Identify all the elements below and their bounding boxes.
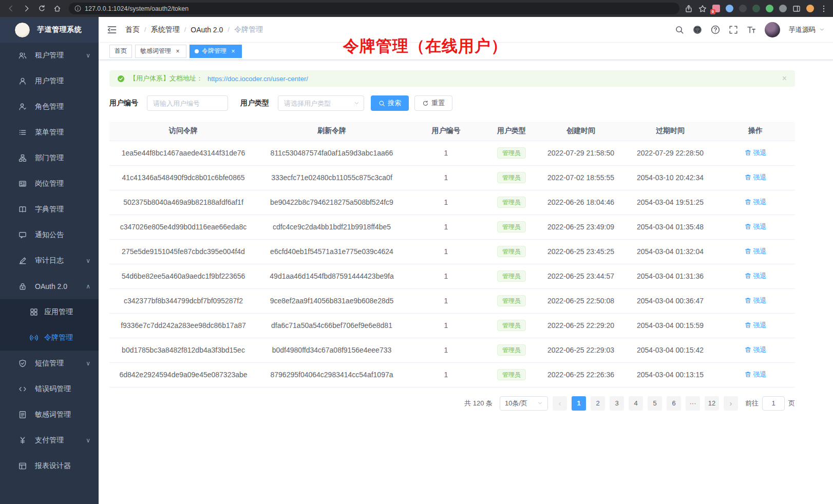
create-time-cell: 2022-06-25 22:50:08 xyxy=(537,288,624,313)
extension-pink-icon[interactable]: 0 xyxy=(712,5,720,12)
tab-token[interactable]: 令牌管理× xyxy=(190,45,242,58)
page-button-6[interactable]: 6 xyxy=(667,396,681,411)
share-icon[interactable] xyxy=(685,5,693,13)
search-form: 用户编号 用户类型 搜索 重置 xyxy=(109,95,833,111)
close-icon[interactable]: × xyxy=(174,48,181,55)
sidebar-item-notice[interactable]: 通知公告 xyxy=(0,222,99,248)
sidebar-item-sensitive-word[interactable]: 敏感词管理 xyxy=(0,402,99,428)
question-icon[interactable] xyxy=(711,25,720,34)
search-button[interactable]: 搜索 xyxy=(371,95,409,111)
extension-darkgreen-icon[interactable] xyxy=(752,5,760,12)
force-logout-button[interactable]: 强退 xyxy=(745,345,767,355)
user-type-tag: 管理员 xyxy=(497,295,526,306)
address-bar[interactable]: 127.0.0.1:1024/system/oauth2/token xyxy=(69,3,679,14)
force-logout-button[interactable]: 强退 xyxy=(745,272,767,281)
next-page-button[interactable]: › xyxy=(724,396,738,411)
action-cell: 强退 xyxy=(716,264,795,288)
trash-icon xyxy=(745,273,751,279)
sidebar-item-pay[interactable]: 支付管理∨ xyxy=(0,428,99,453)
sidebar-item-post[interactable]: 岗位管理 xyxy=(0,171,99,197)
force-logout-button[interactable]: 强退 xyxy=(745,321,767,330)
breadcrumb-item[interactable]: OAuth 2.0 xyxy=(191,26,223,34)
tab-sensitive-word[interactable]: 敏感词管理× xyxy=(135,45,186,58)
user-type-select-input[interactable] xyxy=(278,95,364,111)
action-cell: 强退 xyxy=(716,190,795,215)
search-icon[interactable] xyxy=(675,25,684,34)
site-info-icon[interactable] xyxy=(74,5,81,12)
action-cell: 强退 xyxy=(716,215,795,239)
column-header: 用户编号 xyxy=(406,122,486,141)
user-id-cell: 1 xyxy=(406,362,486,387)
force-logout-button[interactable]: 强退 xyxy=(745,198,767,207)
collapse-sidebar-icon[interactable] xyxy=(107,25,117,35)
side-panel-icon[interactable] xyxy=(792,5,801,13)
extension-dark-icon[interactable] xyxy=(739,5,747,12)
postcard-icon xyxy=(18,180,27,188)
prev-page-button[interactable]: ‹ xyxy=(553,396,567,411)
fullscreen-icon[interactable] xyxy=(729,25,738,34)
user-id-input[interactable] xyxy=(147,95,228,111)
forward-button[interactable] xyxy=(20,2,33,15)
profile-avatar-icon[interactable] xyxy=(806,5,814,12)
sidebar-item-report-designer[interactable]: 报表设计器 xyxy=(0,453,99,479)
sidebar-item-menu[interactable]: 菜单管理 xyxy=(0,120,99,145)
force-logout-button[interactable]: 强退 xyxy=(745,296,767,305)
user-type-tag: 管理员 xyxy=(497,221,526,232)
user-icon xyxy=(18,77,27,85)
page-button-2[interactable]: 2 xyxy=(591,396,605,411)
sidebar-item-user[interactable]: 用户管理 xyxy=(0,68,99,94)
sidebar-item-role[interactable]: 角色管理 xyxy=(0,94,99,120)
extension-green-icon[interactable] xyxy=(766,5,773,12)
sidebar-item-label: 通知公告 xyxy=(35,230,64,240)
page-button-12[interactable]: 12 xyxy=(705,396,719,411)
kebab-menu-icon[interactable] xyxy=(820,5,828,13)
github-icon[interactable] xyxy=(693,25,702,34)
force-logout-button[interactable]: 强退 xyxy=(745,222,767,231)
browser-actions: 0 xyxy=(685,5,829,13)
page-button-4[interactable]: 4 xyxy=(629,396,643,411)
sidebar-item-label: 支付管理 xyxy=(35,436,64,445)
sidebar-item-dict[interactable]: 字典管理 xyxy=(0,197,99,222)
user-type-select[interactable] xyxy=(278,95,364,111)
user-avatar[interactable] xyxy=(765,22,780,37)
breadcrumb-item[interactable]: 首页 xyxy=(125,25,140,34)
reload-button[interactable] xyxy=(35,2,48,15)
page-button-3[interactable]: 3 xyxy=(610,396,624,411)
close-icon[interactable]: × xyxy=(230,48,237,55)
extension-puzzle-icon[interactable] xyxy=(779,5,787,12)
user-menu[interactable]: 芋道源码 xyxy=(789,25,825,34)
sidebar-item-dept[interactable]: 部门管理 xyxy=(0,145,99,171)
breadcrumb-item[interactable]: 系统管理 xyxy=(151,25,180,34)
extension-blue-icon[interactable] xyxy=(726,5,733,12)
page-button-1[interactable]: 1 xyxy=(572,396,586,411)
sidebar-item-tenant[interactable]: 租户管理∨ xyxy=(0,43,99,68)
sidebar-item-audit-log[interactable]: 审计日志∨ xyxy=(0,248,99,274)
font-size-icon[interactable] xyxy=(747,25,756,34)
page-button-5[interactable]: 5 xyxy=(648,396,662,411)
force-logout-button[interactable]: 强退 xyxy=(745,173,767,182)
refresh-token-cell: b0df4980ffd34c67a08f9156e4eee733 xyxy=(257,338,406,362)
force-logout-button[interactable]: 强退 xyxy=(745,370,767,379)
trash-icon xyxy=(745,297,751,304)
action-cell: 强退 xyxy=(716,338,795,362)
column-header: 访问令牌 xyxy=(109,122,257,141)
tab-home[interactable]: 首页 xyxy=(109,45,132,58)
sidebar-item-oauth2[interactable]: OAuth 2.0∧ xyxy=(0,274,99,299)
sidebar-item-error-code[interactable]: 错误码管理 xyxy=(0,376,99,402)
home-button[interactable] xyxy=(50,2,64,15)
page-size-select[interactable]: 10条/页 xyxy=(500,396,548,411)
reset-button[interactable]: 重置 xyxy=(414,95,452,111)
close-icon[interactable]: × xyxy=(782,74,787,83)
sidebar-item-sms[interactable]: 短信管理∨ xyxy=(0,351,99,376)
back-button[interactable] xyxy=(4,2,17,15)
sidebar-item-oauth2-token[interactable]: 令牌管理 xyxy=(0,325,99,351)
force-logout-button[interactable]: 强退 xyxy=(745,247,767,256)
sidebar-item-label: 敏感词管理 xyxy=(35,410,71,419)
user-type-cell: 管理员 xyxy=(486,165,537,190)
doc-link[interactable]: https://doc.iocoder.cn/user-center/ xyxy=(207,75,308,83)
bookmark-star-icon[interactable] xyxy=(698,5,707,13)
more-pages-button[interactable]: ··· xyxy=(686,396,700,411)
goto-page-input[interactable] xyxy=(762,396,785,411)
force-logout-button[interactable]: 强退 xyxy=(745,148,767,158)
sidebar-item-oauth2-application[interactable]: 应用管理 xyxy=(0,299,99,325)
